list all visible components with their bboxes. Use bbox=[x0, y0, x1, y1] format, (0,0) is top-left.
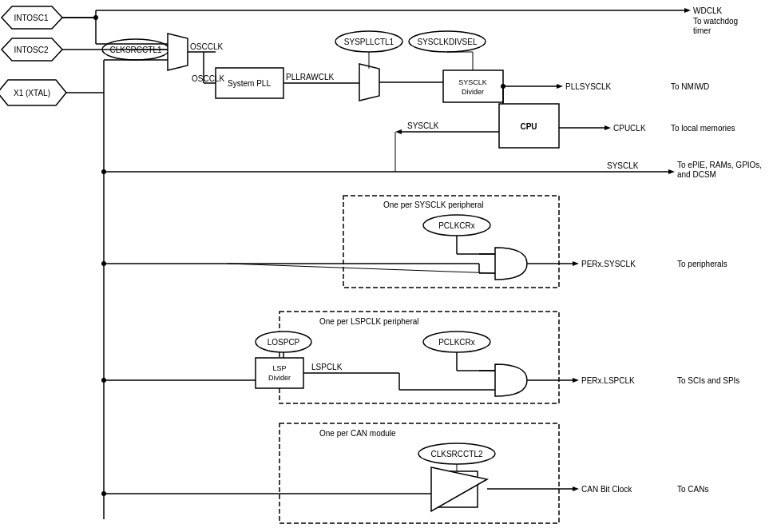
watchdog-dest: To watchdog bbox=[693, 17, 738, 26]
svg-point-55 bbox=[101, 261, 106, 266]
pclkcrx2-label: PCLKCRx bbox=[438, 338, 475, 347]
svg-point-69 bbox=[101, 378, 106, 383]
one-per-can-label: One per CAN module bbox=[319, 429, 396, 438]
svg-marker-9 bbox=[359, 64, 379, 101]
nmiwd-dest: To NMIWD bbox=[671, 82, 709, 91]
local-mem-dest: To local memories bbox=[671, 124, 735, 133]
svg-point-20 bbox=[93, 15, 98, 20]
system-pll-label: System PLL bbox=[228, 79, 271, 88]
pllrawclk-label: PLLRAWCLK bbox=[286, 73, 335, 81]
x1xtal-label: X1 (XTAL) bbox=[14, 89, 50, 97]
oscclk-label2: OSCCLK bbox=[192, 74, 224, 83]
one-per-lspclk-label: One per LSPCLK peripheral bbox=[319, 317, 419, 326]
scis-spis-dest: To SCIs and SPIs bbox=[677, 376, 739, 385]
clksrcctl2-label: CLKSRCCTL2 bbox=[430, 450, 482, 459]
pclkcrx1-label: PCLKCRx bbox=[438, 221, 475, 230]
peripherals-dest: To peripherals bbox=[677, 260, 727, 268]
svg-rect-61 bbox=[256, 358, 303, 388]
epie-dest2: and DCSM bbox=[677, 170, 716, 179]
sysclk-label2: SYSCLK bbox=[607, 161, 639, 170]
lsp-divider-label: LSP bbox=[272, 364, 286, 372]
lospcp-label: LOSPCP bbox=[268, 338, 300, 347]
lsp-divider-label2: Divider bbox=[268, 374, 291, 382]
one-per-sysclk-label: One per SYSCLK peripheral bbox=[383, 200, 484, 209]
watchdog-dest2: timer bbox=[693, 26, 712, 35]
sysclkdivsel-label: SYSCLKDIVSEL bbox=[417, 38, 477, 46]
pllsysclk-label: PLLSYSCLK bbox=[565, 82, 612, 91]
sysclk-divider-label: SYSCLK bbox=[458, 78, 487, 86]
sysclk-label1: SYSCLK bbox=[407, 121, 439, 130]
syspllctl1-label: SYSPLLCTL1 bbox=[344, 38, 394, 46]
svg-marker-5 bbox=[168, 34, 188, 70]
cans-dest: To CANs bbox=[677, 485, 708, 494]
cpu-label: CPU bbox=[520, 122, 537, 131]
svg-point-45 bbox=[101, 169, 106, 174]
intosc1-label: INTOSC1 bbox=[14, 14, 49, 22]
perx-sysclk-label: PERx.SYSCLK bbox=[581, 260, 636, 268]
perx-lspclk-label: PERx.LSPCLK bbox=[581, 376, 635, 385]
sysclk-divider-label2: Divider bbox=[462, 88, 484, 96]
svg-rect-75 bbox=[279, 423, 559, 523]
epie-dest: To ePIE, RAMs, GPIOs, bbox=[677, 161, 762, 169]
svg-rect-10 bbox=[443, 70, 503, 102]
svg-point-81 bbox=[101, 491, 106, 496]
lspclk-label: LSPCLK bbox=[311, 363, 343, 371]
wdclk-label: WDCLK bbox=[693, 6, 722, 15]
cpuclk-label: CPUCLK bbox=[613, 124, 646, 133]
intosc2-label: INTOSC2 bbox=[14, 46, 49, 54]
oscclk-label: OSCCLK bbox=[190, 42, 223, 51]
can-bit-clock-label: CAN Bit Clock bbox=[581, 485, 632, 494]
svg-rect-47 bbox=[343, 196, 559, 288]
